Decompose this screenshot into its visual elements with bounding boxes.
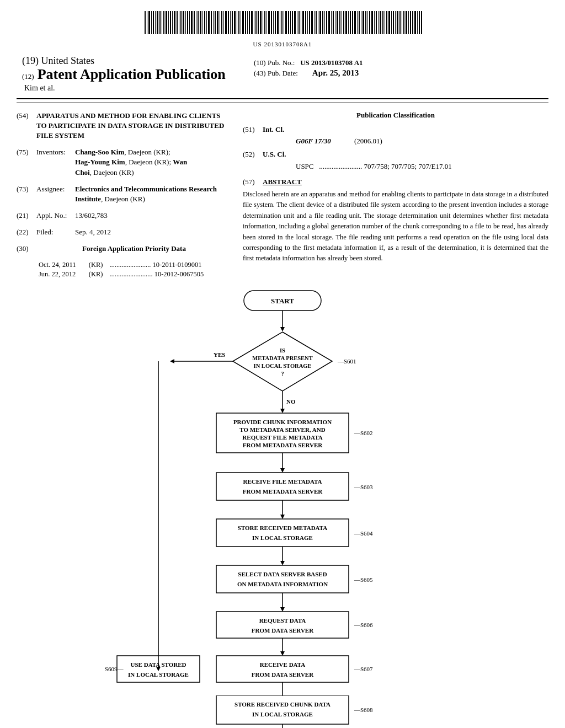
svg-rect-34 xyxy=(217,11,218,34)
svg-rect-114 xyxy=(388,11,390,34)
svg-rect-113 xyxy=(386,11,387,34)
svg-rect-104 xyxy=(367,11,368,34)
svg-marker-168 xyxy=(280,651,285,656)
svg-rect-164 xyxy=(216,612,349,638)
s604-label: —S604 xyxy=(354,530,373,537)
svg-text:FROM METADATA SERVER: FROM METADATA SERVER xyxy=(243,488,323,495)
field-51: (51) Int. Cl. xyxy=(243,124,548,135)
svg-rect-80 xyxy=(316,11,317,34)
svg-text:IN LOCAL STORAGE: IN LOCAL STORAGE xyxy=(252,711,313,718)
pub-date-value: Apr. 25, 2013 xyxy=(312,68,359,77)
inventor-changsoo: Chang-Soo Kim, Daejeon (KR); xyxy=(75,148,170,156)
svg-rect-7 xyxy=(159,11,161,34)
abstract-text: Disclosed herein are an apparatus and me… xyxy=(243,189,548,264)
field30-num: (30) xyxy=(17,244,36,254)
svg-rect-47 xyxy=(245,11,246,34)
svg-rect-99 xyxy=(357,11,358,34)
patent-number-top: US 20130103708A1 xyxy=(0,41,565,47)
svg-rect-52 xyxy=(255,11,257,34)
field30-label: Foreign Application Priority Data xyxy=(36,244,232,254)
svg-rect-115 xyxy=(391,11,392,34)
svg-rect-103 xyxy=(365,11,366,34)
svg-rect-94 xyxy=(345,11,347,34)
svg-rect-33 xyxy=(215,11,216,34)
svg-rect-40 xyxy=(230,11,231,34)
field-22: (22) Filed: Sep. 4, 2012 xyxy=(17,227,232,237)
svg-rect-43 xyxy=(237,11,237,34)
svg-rect-112 xyxy=(385,11,385,34)
svg-rect-77 xyxy=(309,11,310,34)
svg-rect-16 xyxy=(179,11,179,34)
svg-rect-74 xyxy=(302,11,304,34)
svg-marker-141 xyxy=(280,409,285,413)
priority-row-1: Oct. 24, 2011 (KR) .....................… xyxy=(39,261,232,270)
field51-class-row: G06F 17/30 (2006.01) xyxy=(243,137,548,146)
svg-rect-98 xyxy=(354,11,356,34)
field52-uspc-row: USPC ........................ 707/758; 7… xyxy=(243,162,548,171)
svg-text:?: ? xyxy=(281,371,284,377)
no-label: NO xyxy=(286,398,296,405)
svg-rect-54 xyxy=(260,11,262,34)
svg-rect-109 xyxy=(378,11,379,34)
svg-rect-23 xyxy=(194,11,195,34)
svg-rect-5 xyxy=(155,11,156,34)
svg-rect-2 xyxy=(148,11,150,34)
svg-rect-63 xyxy=(280,11,280,34)
svg-rect-29 xyxy=(206,11,207,34)
svg-rect-64 xyxy=(281,11,282,34)
svg-rect-124 xyxy=(410,11,411,34)
flowchart-bottom-svg: STORE RECEIVED CHUNK DATA IN LOCAL STORA… xyxy=(95,695,470,728)
svg-rect-123 xyxy=(408,11,409,34)
svg-rect-69 xyxy=(292,11,293,34)
barcode-area: US 20130103708A1 xyxy=(0,0,565,50)
svg-text:PROVIDE CHUNK INFORMATION: PROVIDE CHUNK INFORMATION xyxy=(233,419,332,425)
svg-rect-56 xyxy=(264,11,265,34)
svg-rect-28 xyxy=(204,11,205,34)
field-73: (73) Assignee: Electronics and Telecommu… xyxy=(17,184,232,204)
svg-rect-91 xyxy=(339,11,340,34)
svg-rect-121 xyxy=(403,11,404,34)
right-column: Publication Classification (51) Int. Cl.… xyxy=(243,111,548,280)
svg-rect-83 xyxy=(322,11,323,34)
field54-num: (54) xyxy=(17,111,36,141)
svg-rect-105 xyxy=(369,11,370,34)
svg-marker-163 xyxy=(280,607,285,612)
svg-rect-89 xyxy=(335,11,335,34)
s608-label: —S608 xyxy=(354,706,373,713)
svg-rect-51 xyxy=(254,11,254,34)
priority-date-2: Jun. 22, 2012 xyxy=(39,270,89,280)
field57-num: (57) xyxy=(243,176,263,188)
field73-num: (73) xyxy=(17,184,36,204)
header-left: (19) United States (12) Patent Applicati… xyxy=(22,55,254,93)
svg-rect-67 xyxy=(288,11,289,34)
svg-rect-27 xyxy=(202,11,203,34)
svg-rect-92 xyxy=(342,11,342,34)
svg-rect-15 xyxy=(177,11,178,34)
svg-text:FROM DATA SERVER: FROM DATA SERVER xyxy=(252,627,314,634)
s609-label: S609— xyxy=(105,666,124,672)
svg-text:IN LOCAL STORAGE: IN LOCAL STORAGE xyxy=(128,671,189,678)
svg-text:RECEIVE FILE METADATA: RECEIVE FILE METADATA xyxy=(243,478,322,485)
svg-rect-106 xyxy=(371,11,373,34)
svg-rect-87 xyxy=(331,11,332,34)
field51-year: (2006.01) xyxy=(354,137,382,145)
svg-text:IS: IS xyxy=(280,347,285,354)
svg-rect-82 xyxy=(319,11,321,34)
priority-country-1: (KR) xyxy=(89,261,110,270)
svg-rect-49 xyxy=(249,11,250,34)
svg-rect-119 xyxy=(399,11,401,34)
field52-uspc-value: ........................ 707/758; 707/70… xyxy=(319,162,452,170)
pub-no-value: US 2013/0103708 A1 xyxy=(300,58,363,67)
svg-rect-149 xyxy=(216,473,349,500)
svg-text:FROM METADATA SERVER: FROM METADATA SERVER xyxy=(243,442,323,448)
s607-label: —S607 xyxy=(354,666,373,672)
field-21: (21) Appl. No.: 13/602,783 xyxy=(17,211,232,221)
field51-num: (51) xyxy=(243,124,263,135)
svg-rect-111 xyxy=(382,11,383,34)
svg-text:REQUEST FILE METADATA: REQUEST FILE METADATA xyxy=(242,434,322,441)
svg-text:FROM DATA SERVER: FROM DATA SERVER xyxy=(252,671,314,678)
s606-label: —S606 xyxy=(354,622,373,628)
field-52: (52) U.S. Cl. xyxy=(243,149,548,160)
svg-text:RECEIVE DATA: RECEIVE DATA xyxy=(260,661,305,668)
svg-rect-13 xyxy=(172,11,173,34)
